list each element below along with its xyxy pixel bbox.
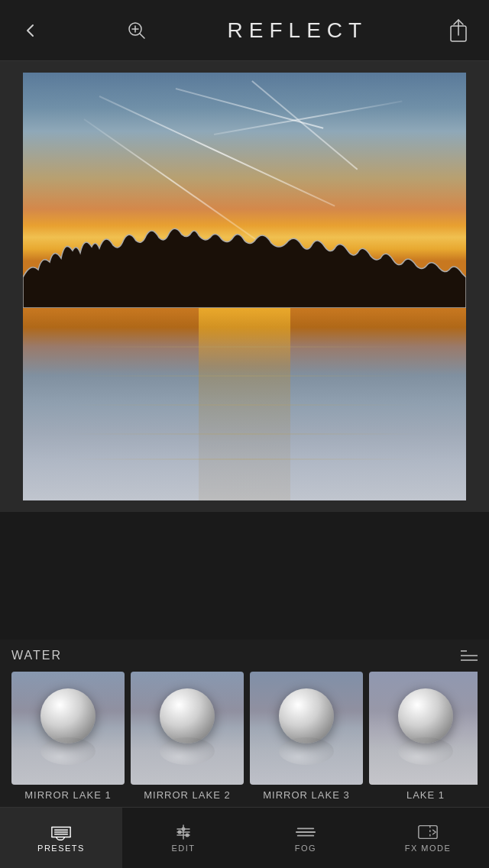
filter-header: WATER: [11, 649, 478, 662]
filter-item-lake-1[interactable]: LAKE 1: [369, 672, 478, 801]
nav-edit-label: EDIT: [171, 844, 195, 853]
filter-label-mirror-lake-3: MIRROR LAKE 3: [250, 789, 363, 801]
water-layer: [23, 308, 466, 500]
sphere-2: [160, 688, 215, 743]
app-header: REFLECT: [0, 0, 489, 61]
filter-thumb-lake-1: [369, 672, 478, 785]
zoom-button[interactable]: [121, 15, 152, 46]
ripple-1: [23, 346, 466, 348]
filter-item-mirror-lake-1[interactable]: MIRROR LAKE 1: [11, 672, 125, 801]
menu-line-3: [461, 659, 478, 661]
sphere-reflection-2: [160, 737, 215, 765]
bottom-panel: WATER MIRROR LAKE 1: [0, 640, 489, 868]
filter-label-mirror-lake-1: MIRROR LAKE 1: [11, 789, 125, 801]
filter-thumb-mirror-lake-3: [250, 672, 363, 785]
share-button[interactable]: [443, 15, 474, 46]
photo-preview: [0, 61, 489, 512]
filter-items-list: MIRROR LAKE 1 MIRROR LAKE 2 MIRROR LAKE …: [11, 672, 478, 801]
menu-line-2: [461, 655, 478, 656]
sphere-3: [279, 688, 334, 743]
sunset-image: [23, 73, 466, 500]
filter-item-mirror-lake-2[interactable]: MIRROR LAKE 2: [131, 672, 244, 801]
filter-label-lake-1: LAKE 1: [369, 789, 478, 801]
filter-label-mirror-lake-2: MIRROR LAKE 2: [131, 789, 244, 801]
ripple-2: [23, 375, 466, 377]
contrail-1: [99, 96, 335, 207]
filter-item-mirror-lake-3[interactable]: MIRROR LAKE 3: [250, 672, 363, 801]
sphere-4: [398, 688, 453, 743]
filter-section: WATER MIRROR LAKE 1: [0, 640, 489, 807]
treeline-silhouette: [23, 216, 466, 308]
svg-line-1: [140, 34, 144, 38]
sphere-reflection-1: [40, 737, 96, 765]
filter-thumb-mirror-lake-1: [11, 672, 125, 785]
bottom-navigation: PRESETS EDIT: [0, 807, 489, 868]
app-title: REFLECT: [228, 18, 368, 43]
sphere-reflection-4: [398, 737, 453, 765]
filter-thumb-mirror-lake-2: [131, 672, 244, 785]
ripple-4: [23, 433, 466, 435]
menu-line-1: [461, 650, 467, 652]
nav-fx-mode-label: FX MODE: [405, 844, 452, 853]
svg-rect-23: [419, 825, 437, 838]
fog-icon: [295, 824, 316, 840]
svg-point-17: [182, 827, 186, 831]
nav-fx-mode[interactable]: FX MODE: [367, 808, 489, 868]
svg-point-19: [186, 833, 189, 837]
ripple-3: [23, 404, 466, 406]
photo-canvas: [23, 73, 466, 500]
edit-icon: [173, 824, 194, 840]
nav-fog-label: FOG: [295, 844, 316, 853]
nav-presets-label: PRESETS: [37, 844, 85, 853]
back-button[interactable]: [15, 15, 46, 46]
fx-mode-icon: [417, 824, 439, 840]
nav-fog[interactable]: FOG: [244, 808, 367, 868]
nav-edit[interactable]: EDIT: [122, 808, 244, 868]
ripple-5: [23, 458, 466, 460]
sphere-1: [40, 688, 96, 743]
menu-button[interactable]: [461, 650, 478, 661]
filter-category-title: WATER: [11, 649, 62, 662]
svg-point-18: [178, 830, 182, 834]
nav-presets[interactable]: PRESETS: [0, 808, 122, 868]
sphere-reflection-3: [279, 737, 334, 765]
presets-icon: [50, 824, 72, 840]
